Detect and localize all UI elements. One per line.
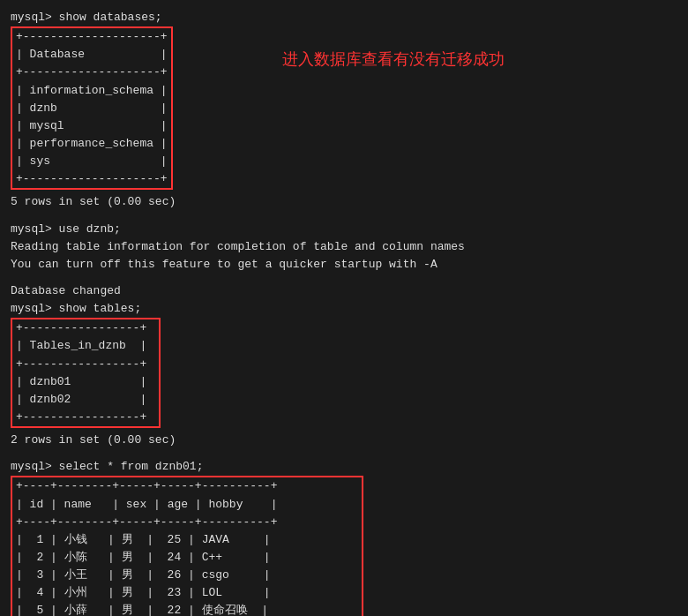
select-section: mysql> select * from dznb01; +----+-----… bbox=[11, 458, 677, 616]
table-row-0: | dznb01 | bbox=[16, 373, 155, 391]
reading-line2: You can turn off this feature to get a q… bbox=[11, 256, 677, 274]
db-sep-top: +--------------------+ bbox=[16, 28, 168, 46]
select-row-0: | 1 | 小钱 | 男 | 25 | JAVA | bbox=[16, 531, 358, 549]
table-row-1: | dznb02 | bbox=[16, 391, 155, 409]
show-tables-cmd: mysql> show tables; bbox=[11, 300, 677, 318]
show-databases-section: mysql> show databases; +----------------… bbox=[11, 9, 677, 212]
heading-chinese: 进入数据库查看有没有迁移成功 bbox=[282, 49, 505, 70]
tables-rows-count: 2 rows in set (0.00 sec) bbox=[11, 432, 677, 449]
use-dznb-section: mysql> use dznb; Reading table informati… bbox=[11, 221, 677, 274]
select-row-4: | 5 | 小薛 | 男 | 22 | 使命召唤 | bbox=[16, 602, 358, 616]
db-row-2: | mysql | bbox=[16, 117, 168, 135]
db-row-1: | dznb | bbox=[16, 100, 168, 117]
select-sep-mid: +----+--------+-----+-----+----------+ bbox=[16, 514, 358, 531]
terminal-window: mysql> show databases; +----------------… bbox=[11, 9, 677, 616]
select-row-1: | 2 | 小陈 | 男 | 24 | C++ | bbox=[16, 549, 358, 567]
tables-header: | Tables_in_dznb | bbox=[16, 337, 155, 355]
select-cmd: mysql> select * from dznb01; bbox=[11, 458, 677, 476]
reading-line1: Reading table information for completion… bbox=[11, 238, 677, 256]
use-dznb-cmd: mysql> use dznb; bbox=[11, 221, 677, 238]
db-sep-mid: +--------------------+ bbox=[16, 64, 168, 81]
db-changed: Database changed bbox=[11, 282, 677, 300]
db-row-0: | information_schema | bbox=[16, 82, 168, 100]
db-sep-bot: +--------------------+ bbox=[16, 170, 168, 188]
select-row-2: | 3 | 小王 | 男 | 26 | csgo | bbox=[16, 567, 358, 584]
show-tables-section: Database changed mysql> show tables; +--… bbox=[11, 282, 677, 449]
select-row-3: | 4 | 小州 | 男 | 23 | LOL | bbox=[16, 584, 358, 602]
tables-sep-bot: +-----------------+ bbox=[16, 409, 155, 426]
select-result-box: +----+--------+-----+-----+----------+ |… bbox=[11, 476, 363, 616]
select-header: | id | name | sex | age | hobby | bbox=[16, 496, 358, 514]
db-header: | Database | bbox=[16, 46, 168, 64]
db-row-3: | performance_schema | bbox=[16, 135, 168, 153]
db-row-4: | sys | bbox=[16, 153, 168, 170]
select-sep-top: +----+--------+-----+-----+----------+ bbox=[16, 477, 358, 495]
db-rows-count: 5 rows in set (0.00 sec) bbox=[11, 193, 677, 211]
databases-result-box: +--------------------+ | Database | +---… bbox=[11, 26, 173, 190]
tables-sep-top: +-----------------+ bbox=[16, 319, 155, 337]
tables-result-box: +-----------------+ | Tables_in_dznb | +… bbox=[11, 318, 161, 428]
show-databases-cmd: mysql> show databases; bbox=[11, 9, 677, 26]
tables-sep-mid: +-----------------+ bbox=[16, 356, 155, 373]
